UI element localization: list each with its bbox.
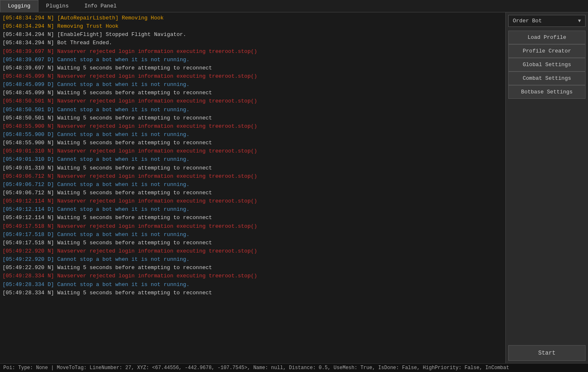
log-line: [05:48:55.900 D] Cannot stop a bot when … — [2, 131, 503, 139]
start-button[interactable]: Start — [508, 345, 586, 361]
log-line: [05:48:39.697 D] Cannot stop a bot when … — [2, 56, 503, 64]
log-line: [05:48:45.099 N] Waiting 5 seconds befor… — [2, 89, 503, 97]
log-line: [05:48:55.900 N] Navserver rejected logi… — [2, 122, 503, 131]
log-line: [05:48:34.294 N] Removing Trust Hook — [2, 22, 503, 31]
log-line: [05:49:17.518 D] Cannot stop a bot when … — [2, 231, 503, 239]
log-line: [05:48:55.900 N] Waiting 5 seconds befor… — [2, 139, 503, 147]
combat-settings-button[interactable]: Combat Settings — [508, 72, 586, 85]
log-line: [05:49:28.334 D] Cannot stop a bot when … — [2, 281, 503, 289]
log-line: [05:48:34.294 N] Bot Thread Ended. — [2, 39, 503, 47]
log-line: [05:49:22.920 N] Navserver rejected logi… — [2, 247, 503, 255]
right-sidebar: Order Bot ▼ Load ProfileProfile CreatorG… — [505, 12, 588, 363]
log-line: [05:48:45.099 N] Navserver rejected logi… — [2, 72, 503, 81]
log-line: [05:48:50.501 D] Cannot stop a bot when … — [2, 106, 503, 114]
log-line: [05:49:01.310 N] Navserver rejected logi… — [2, 147, 503, 155]
log-line: [05:49:12.114 D] Cannot stop a bot when … — [2, 205, 503, 214]
log-line: [05:49:06.712 N] Waiting 5 seconds befor… — [2, 189, 503, 197]
log-line: [05:49:12.114 N] Navserver rejected logi… — [2, 197, 503, 205]
bot-type-dropdown[interactable]: Order Bot ▼ — [508, 15, 586, 27]
sidebar-spacer — [508, 101, 586, 343]
log-line: [05:49:01.310 N] Waiting 5 seconds befor… — [2, 164, 503, 172]
log-line: [05:49:01.310 D] Cannot stop a bot when … — [2, 155, 503, 164]
status-bar: Poi: Type: None | MoveToTag: LineNumber:… — [0, 363, 588, 372]
log-line: [05:49:17.518 N] Waiting 5 seconds befor… — [2, 239, 503, 247]
tab-logging[interactable]: Logging — [0, 0, 38, 12]
log-line: [05:48:45.099 D] Cannot stop a bot when … — [2, 81, 503, 89]
log-line: [05:49:12.114 N] Waiting 5 seconds befor… — [2, 214, 503, 222]
log-line: [05:48:39.697 N] Waiting 5 seconds befor… — [2, 64, 503, 72]
tab-info-panel[interactable]: Info Panel — [76, 0, 124, 12]
log-content[interactable]: [05:48:34.294 N] [AutoRepairLisbeth] Rem… — [0, 12, 505, 363]
log-line: [05:49:22.920 N] Waiting 5 seconds befor… — [2, 264, 503, 272]
global-settings-button[interactable]: Global Settings — [508, 58, 586, 72]
botbase-settings-button[interactable]: Botbase Settings — [508, 85, 586, 99]
profile-creator-button[interactable]: Profile Creator — [508, 44, 586, 58]
load-profile-button[interactable]: Load Profile — [508, 31, 586, 44]
log-panel: [05:48:34.294 N] [AutoRepairLisbeth] Rem… — [0, 12, 505, 363]
log-line: [05:48:34.294 N] [EnableFlight] Stopped … — [2, 31, 503, 39]
top-nav: LoggingPluginsInfo Panel — [0, 0, 588, 12]
main-content: [05:48:34.294 N] [AutoRepairLisbeth] Rem… — [0, 12, 588, 363]
bot-type-label: Order Bot — [513, 18, 542, 24]
log-line: [05:49:28.334 N] Navserver rejected logi… — [2, 272, 503, 280]
log-line: [05:49:06.712 D] Cannot stop a bot when … — [2, 181, 503, 189]
status-text: Poi: Type: None | MoveToTag: LineNumber:… — [3, 365, 509, 371]
dropdown-arrow: ▼ — [578, 18, 581, 24]
log-line: [05:49:06.712 N] Navserver rejected logi… — [2, 172, 503, 181]
log-line: [05:48:34.294 N] [AutoRepairLisbeth] Rem… — [2, 14, 503, 22]
log-line: [05:49:22.920 D] Cannot stop a bot when … — [2, 255, 503, 264]
log-line: [05:48:39.697 N] Navserver rejected logi… — [2, 48, 503, 56]
log-line: [05:49:28.334 N] Waiting 5 seconds befor… — [2, 289, 503, 297]
tab-plugins[interactable]: Plugins — [38, 0, 77, 12]
log-line: [05:49:17.518 N] Navserver rejected logi… — [2, 222, 503, 231]
log-line: [05:48:50.501 N] Waiting 5 seconds befor… — [2, 114, 503, 122]
log-line: [05:48:50.501 N] Navserver rejected logi… — [2, 97, 503, 105]
